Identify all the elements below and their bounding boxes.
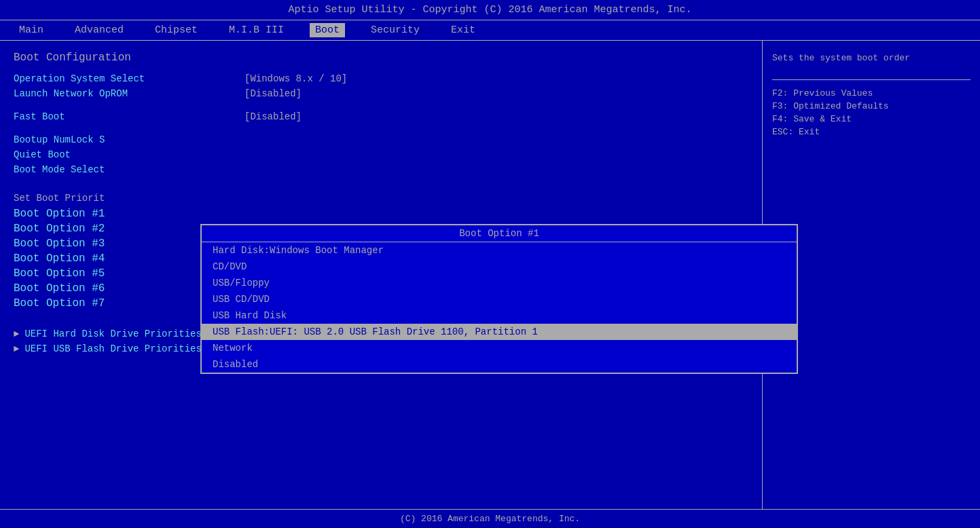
dropdown-item[interactable]: USB/Floppy — [202, 275, 797, 291]
left-panel: Boot Configuration Operation System Sele… — [0, 41, 763, 514]
boot-option-1-dropdown[interactable]: Boot Option #1 Hard Disk:Windows Boot Ma… — [200, 224, 798, 374]
main-layout: Boot Configuration Operation System Sele… — [0, 41, 980, 514]
boot-option-5-label[interactable]: Boot Option #5 — [14, 267, 149, 280]
dropdown-item[interactable]: USB CD/DVD — [202, 291, 797, 307]
menu-item-advanced[interactable]: Advanced — [69, 23, 129, 37]
key-help-f2: F2: Previous Values — [772, 88, 970, 98]
boot-priority-title: Set Boot Priorit — [14, 193, 748, 204]
boot-option-1-row: Boot Option #1 — [14, 208, 748, 220]
menu-item-boot[interactable]: Boot — [310, 23, 345, 37]
key-help-f4: F4: Save & Exit — [772, 114, 970, 124]
menu-item-exit[interactable]: Exit — [446, 23, 481, 37]
config-row-fastboot: Fast Boot [Disabled] — [14, 111, 748, 122]
footer: (C) 2016 American Megatrends, Inc. — [0, 509, 980, 528]
os-select-label[interactable]: Operation System Select — [14, 73, 244, 84]
boot-option-7-label[interactable]: Boot Option #7 — [14, 297, 149, 309]
boot-option-2-label[interactable]: Boot Option #2 — [14, 223, 149, 235]
config-row-network: Launch Network OpROM [Disabled] — [14, 88, 748, 99]
network-oprom-value: [Disabled] — [244, 88, 302, 99]
section-title: Boot Configuration — [14, 52, 748, 64]
dropdown-item[interactable]: Hard Disk:Windows Boot Manager — [202, 242, 797, 259]
dropdown-item[interactable]: Network — [202, 340, 797, 356]
dropdown-item[interactable]: Disabled — [202, 356, 797, 373]
boot-option-3-label[interactable]: Boot Option #3 — [14, 238, 149, 250]
dropdown-title: Boot Option #1 — [202, 225, 797, 242]
key-help-f3: F3: Optimized Defaults — [772, 101, 970, 111]
config-row-bootmode: Boot Mode Select — [14, 164, 748, 175]
menu-bar: MainAdvancedChipsetM.I.B IIIBootSecurity… — [0, 20, 980, 41]
title-text: Aptio Setup Utility - Copyright (C) 2016… — [288, 4, 691, 16]
fast-boot-value: [Disabled] — [244, 111, 302, 122]
key-help-esc: ESC: Exit — [772, 127, 970, 137]
quietboot-label[interactable]: Quiet Boot — [14, 149, 244, 160]
uefi-hdd-arrow: ► — [14, 328, 19, 339]
help-text: Sets the system boot order — [772, 52, 970, 66]
boot-option-6-label[interactable]: Boot Option #6 — [14, 282, 149, 295]
title-bar: Aptio Setup Utility - Copyright (C) 2016… — [0, 0, 980, 20]
boot-option-1-label[interactable]: Boot Option #1 — [14, 208, 149, 220]
footer-text: (C) 2016 American Megatrends, Inc. — [400, 514, 580, 524]
uefi-usb-arrow: ► — [14, 343, 19, 354]
uefi-hdd-label: UEFI Hard Disk Drive Priorities — [24, 328, 201, 339]
boot-option-4-label[interactable]: Boot Option #4 — [14, 252, 149, 265]
numlock-label[interactable]: Bootup NumLock S — [14, 134, 244, 145]
dropdown-item[interactable]: CD/DVD — [202, 259, 797, 275]
menu-item-m-i-b-iii[interactable]: M.I.B III — [223, 23, 289, 37]
dropdown-item[interactable]: USB Flash:UEFI: USB 2.0 USB Flash Drive … — [202, 324, 797, 340]
network-oprom-label[interactable]: Launch Network OpROM — [14, 88, 244, 99]
uefi-usb-label: UEFI USB Flash Drive Priorities — [24, 343, 201, 354]
menu-item-security[interactable]: Security — [365, 23, 425, 37]
config-row-quietboot: Quiet Boot — [14, 149, 748, 160]
config-row-os: Operation System Select [Windows 8.x / 1… — [14, 73, 748, 84]
menu-item-chipset[interactable]: Chipset — [149, 23, 203, 37]
menu-item-main[interactable]: Main — [14, 23, 49, 37]
bootmode-label[interactable]: Boot Mode Select — [14, 164, 244, 175]
fast-boot-label[interactable]: Fast Boot — [14, 111, 244, 122]
dropdown-item[interactable]: USB Hard Disk — [202, 307, 797, 324]
config-row-numlock: Bootup NumLock S — [14, 134, 748, 145]
os-select-value: [Windows 8.x / 10] — [244, 73, 347, 84]
